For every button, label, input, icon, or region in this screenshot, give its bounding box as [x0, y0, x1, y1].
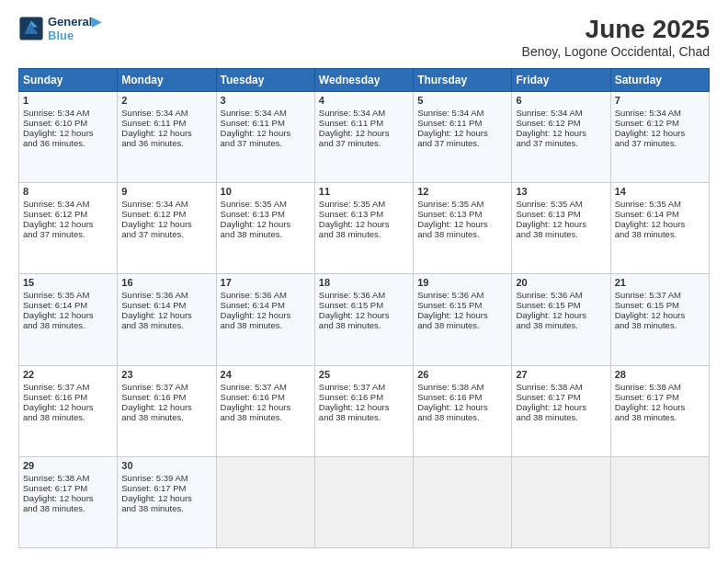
- cell-info-line: Daylight: 12 hours: [615, 402, 705, 412]
- cell-info-line: Sunset: 6:14 PM: [221, 300, 311, 310]
- calendar-cell: 13Sunrise: 5:35 AMSunset: 6:13 PMDayligh…: [512, 183, 610, 274]
- calendar-cell: 10Sunrise: 5:35 AMSunset: 6:13 PMDayligh…: [216, 183, 314, 274]
- cell-info-line: Sunset: 6:11 PM: [221, 118, 311, 128]
- cell-info-line: Sunset: 6:12 PM: [23, 209, 113, 219]
- cell-info-line: and 38 minutes.: [319, 320, 409, 330]
- header: General▶ Blue June 2025 Benoy, Logone Oc…: [18, 15, 710, 59]
- cell-info-line: and 38 minutes.: [221, 229, 311, 239]
- cell-info-line: Sunset: 6:13 PM: [319, 209, 409, 219]
- calendar-table: Sunday Monday Tuesday Wednesday Thursday…: [18, 68, 710, 548]
- calendar-cell: 9Sunrise: 5:34 AMSunset: 6:12 PMDaylight…: [118, 183, 216, 274]
- cell-info-line: and 38 minutes.: [417, 229, 507, 239]
- calendar-cell: 24Sunrise: 5:37 AMSunset: 6:16 PMDayligh…: [216, 365, 314, 456]
- calendar-cell: [414, 456, 512, 547]
- calendar-cell: [216, 456, 314, 547]
- calendar-cell: 28Sunrise: 5:38 AMSunset: 6:17 PMDayligh…: [610, 365, 709, 456]
- day-number: 11: [319, 186, 409, 197]
- cell-info-line: Sunrise: 5:35 AM: [516, 199, 606, 209]
- cell-info-line: and 37 minutes.: [615, 138, 705, 148]
- calendar-cell: 6Sunrise: 5:34 AMSunset: 6:12 PMDaylight…: [512, 92, 610, 183]
- cell-info-line: Sunrise: 5:37 AM: [121, 382, 211, 392]
- cell-info-line: Sunset: 6:15 PM: [516, 300, 606, 310]
- day-number: 10: [221, 186, 311, 197]
- day-number: 22: [23, 369, 113, 380]
- cell-info-line: and 36 minutes.: [23, 138, 113, 148]
- cell-info-line: and 38 minutes.: [121, 412, 211, 422]
- cell-info-line: Sunrise: 5:36 AM: [221, 290, 311, 300]
- cell-info-line: Sunrise: 5:37 AM: [221, 382, 311, 392]
- cell-info-line: Daylight: 12 hours: [121, 128, 211, 138]
- calendar-cell: 3Sunrise: 5:34 AMSunset: 6:11 PMDaylight…: [216, 92, 314, 183]
- logo: General▶ Blue: [18, 15, 101, 42]
- cell-info-line: and 37 minutes.: [516, 138, 606, 148]
- day-number: 19: [417, 277, 507, 288]
- cell-info-line: Daylight: 12 hours: [121, 493, 211, 503]
- cell-info-line: and 38 minutes.: [121, 320, 211, 330]
- day-number: 25: [319, 369, 409, 380]
- day-number: 28: [615, 369, 705, 380]
- header-friday: Friday: [512, 69, 610, 92]
- cell-info-line: Daylight: 12 hours: [23, 310, 113, 320]
- cell-info-line: and 38 minutes.: [221, 412, 311, 422]
- cell-info-line: Sunset: 6:11 PM: [319, 118, 409, 128]
- cell-info-line: and 38 minutes.: [417, 320, 507, 330]
- logo-icon: [18, 16, 44, 41]
- day-number: 29: [23, 460, 113, 471]
- cell-info-line: Sunset: 6:14 PM: [615, 209, 705, 219]
- calendar-cell: 7Sunrise: 5:34 AMSunset: 6:12 PMDaylight…: [610, 92, 709, 183]
- cell-info-line: Sunrise: 5:36 AM: [417, 290, 507, 300]
- cell-info-line: Sunrise: 5:34 AM: [23, 199, 113, 209]
- calendar-cell: 8Sunrise: 5:34 AMSunset: 6:12 PMDaylight…: [19, 183, 118, 274]
- cell-info-line: Sunrise: 5:34 AM: [121, 199, 211, 209]
- calendar-week-row: 1Sunrise: 5:34 AMSunset: 6:10 PMDaylight…: [19, 92, 710, 183]
- cell-info-line: and 38 minutes.: [319, 229, 409, 239]
- calendar-cell: 26Sunrise: 5:38 AMSunset: 6:16 PMDayligh…: [414, 365, 512, 456]
- calendar-cell: 15Sunrise: 5:35 AMSunset: 6:14 PMDayligh…: [19, 274, 118, 365]
- cell-info-line: Daylight: 12 hours: [23, 219, 113, 229]
- calendar-cell: 11Sunrise: 5:35 AMSunset: 6:13 PMDayligh…: [314, 183, 413, 274]
- cell-info-line: and 37 minutes.: [417, 138, 507, 148]
- cell-info-line: Daylight: 12 hours: [221, 128, 311, 138]
- cell-info-line: Daylight: 12 hours: [221, 219, 311, 229]
- cell-info-line: Daylight: 12 hours: [319, 128, 409, 138]
- cell-info-line: Daylight: 12 hours: [516, 310, 606, 320]
- calendar-cell: 21Sunrise: 5:37 AMSunset: 6:15 PMDayligh…: [610, 274, 709, 365]
- day-number: 9: [121, 186, 211, 197]
- cell-info-line: Sunrise: 5:34 AM: [417, 108, 507, 118]
- cell-info-line: and 36 minutes.: [121, 138, 211, 148]
- day-number: 27: [516, 369, 606, 380]
- day-number: 2: [121, 95, 211, 106]
- calendar-cell: 1Sunrise: 5:34 AMSunset: 6:10 PMDaylight…: [19, 92, 118, 183]
- cell-info-line: and 37 minutes.: [23, 229, 113, 239]
- cell-info-line: Sunrise: 5:34 AM: [221, 108, 311, 118]
- day-number: 24: [221, 369, 311, 380]
- cell-info-line: Sunset: 6:17 PM: [121, 483, 211, 493]
- cell-info-line: Sunrise: 5:35 AM: [417, 199, 507, 209]
- cell-info-line: Daylight: 12 hours: [516, 402, 606, 412]
- cell-info-line: and 37 minutes.: [121, 229, 211, 239]
- cell-info-line: Sunrise: 5:37 AM: [319, 382, 409, 392]
- cell-info-line: Daylight: 12 hours: [615, 310, 705, 320]
- cell-info-line: and 38 minutes.: [615, 229, 705, 239]
- day-number: 18: [319, 277, 409, 288]
- cell-info-line: Sunset: 6:17 PM: [615, 392, 705, 402]
- cell-info-line: and 38 minutes.: [23, 503, 113, 513]
- cell-info-line: Sunrise: 5:38 AM: [516, 382, 606, 392]
- calendar-cell: 17Sunrise: 5:36 AMSunset: 6:14 PMDayligh…: [216, 274, 314, 365]
- calendar-cell: [314, 456, 413, 547]
- calendar-cell: 25Sunrise: 5:37 AMSunset: 6:16 PMDayligh…: [314, 365, 413, 456]
- cell-info-line: Sunrise: 5:37 AM: [615, 290, 705, 300]
- cell-info-line: Daylight: 12 hours: [417, 128, 507, 138]
- calendar-cell: [610, 456, 709, 547]
- cell-info-line: Sunrise: 5:34 AM: [516, 108, 606, 118]
- cell-info-line: Daylight: 12 hours: [417, 310, 507, 320]
- cell-info-line: and 38 minutes.: [615, 320, 705, 330]
- cell-info-line: Sunset: 6:15 PM: [319, 300, 409, 310]
- cell-info-line: and 38 minutes.: [221, 320, 311, 330]
- cell-info-line: Daylight: 12 hours: [417, 219, 507, 229]
- cell-info-line: Sunrise: 5:35 AM: [319, 199, 409, 209]
- calendar-cell: 18Sunrise: 5:36 AMSunset: 6:15 PMDayligh…: [314, 274, 413, 365]
- cell-info-line: Sunrise: 5:34 AM: [23, 108, 113, 118]
- day-number: 7: [615, 95, 705, 106]
- cell-info-line: Sunset: 6:13 PM: [417, 209, 507, 219]
